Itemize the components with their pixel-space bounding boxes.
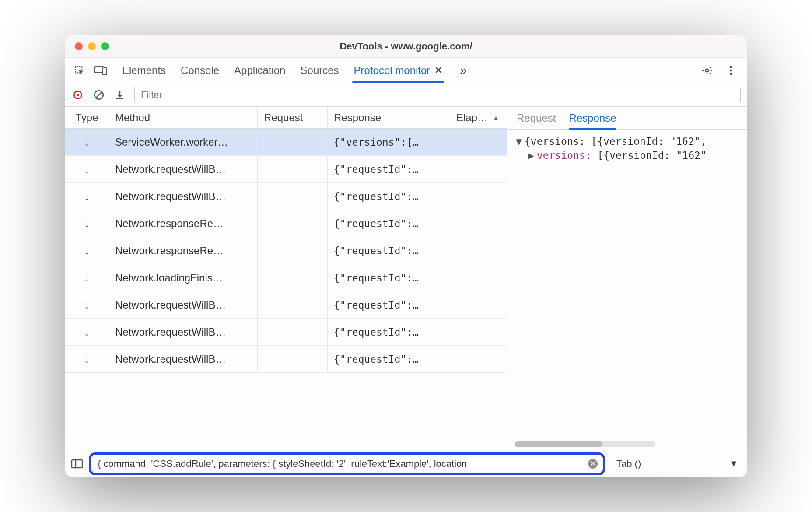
arrow-down-icon: ↓: [84, 325, 90, 339]
arrow-down-icon: ↓: [84, 189, 90, 203]
detail-tab-request[interactable]: Request: [517, 107, 556, 129]
titlebar: DevTools - www.google.com/: [65, 35, 747, 58]
cell-elapsed: [450, 319, 507, 345]
table-header: Type Method Request Response Elap… ▴: [65, 107, 507, 129]
kebab-menu-icon[interactable]: [721, 61, 740, 80]
th-request[interactable]: Request: [258, 107, 328, 128]
cell-response: {"requestId":…: [328, 156, 450, 182]
arrow-down-icon: ↓: [84, 244, 90, 257]
table-row[interactable]: ↓Network.requestWillB…{"requestId":…: [65, 346, 507, 373]
table-row[interactable]: ↓Network.requestWillB…{"requestId":…: [65, 183, 507, 210]
table-row[interactable]: ↓Network.requestWillB…{"requestId":…: [65, 156, 507, 183]
arrow-down-icon: ↓: [84, 271, 90, 284]
table-row[interactable]: ↓Network.loadingFinis…{"requestId":…: [65, 264, 507, 291]
table-row[interactable]: ↓ServiceWorker.worker…{"versions":[…: [65, 129, 507, 156]
cell-response: {"requestId":…: [328, 237, 450, 264]
tab-sources[interactable]: Sources: [301, 58, 339, 83]
detail-tabs: Request Response: [507, 107, 747, 130]
minimize-window-button[interactable]: [88, 42, 96, 50]
dropdown-icon[interactable]: ▼: [729, 459, 738, 469]
close-window-button[interactable]: [75, 42, 83, 50]
command-input[interactable]: [92, 456, 602, 472]
svg-point-6: [730, 69, 732, 71]
cell-method: Network.loadingFinis…: [109, 264, 258, 291]
th-elapsed[interactable]: Elap… ▴: [450, 107, 507, 128]
cell-request: [258, 264, 328, 291]
cell-request: [258, 346, 328, 372]
table-row[interactable]: ↓Network.responseRe…{"requestId":…: [65, 210, 507, 237]
tab-protocol-monitor[interactable]: Protocol monitor ✕: [354, 58, 443, 83]
cell-method: Network.responseRe…: [109, 210, 258, 237]
cell-type: ↓: [65, 156, 109, 182]
record-icon[interactable]: [71, 88, 84, 102]
devtools-window: DevTools - www.google.com/ Elements Cons…: [65, 35, 747, 477]
detail-tab-response[interactable]: Response: [569, 107, 616, 129]
cell-request: [258, 291, 328, 318]
cell-method: Network.requestWillB…: [109, 183, 258, 210]
filter-input[interactable]: [134, 87, 741, 103]
tab-indicator-label: Tab (): [616, 458, 641, 470]
sort-asc-icon: ▴: [494, 113, 498, 123]
tab-console[interactable]: Console: [181, 58, 219, 83]
arrow-down-icon: ↓: [84, 352, 90, 366]
device-toolbar-icon[interactable]: [91, 61, 110, 80]
inspect-element-icon[interactable]: [70, 61, 89, 80]
disclosure-open-icon[interactable]: ▼: [515, 136, 523, 147]
svg-point-5: [730, 66, 732, 68]
disclosure-closed-icon[interactable]: ▶: [527, 150, 535, 161]
command-highlight-box: ✕: [89, 452, 605, 475]
th-response[interactable]: Response: [328, 107, 450, 128]
cell-request: [258, 319, 328, 345]
clear-input-icon[interactable]: ✕: [588, 459, 598, 469]
cell-elapsed: [450, 291, 507, 318]
cell-request: [258, 156, 328, 182]
cell-method: Network.requestWillB…: [109, 156, 258, 182]
zoom-window-button[interactable]: [101, 42, 109, 50]
tab-elements[interactable]: Elements: [122, 58, 166, 83]
svg-rect-3: [103, 68, 107, 75]
horizontal-scrollbar[interactable]: [515, 441, 655, 447]
cell-response: {"requestId":…: [328, 319, 450, 345]
cell-elapsed: [450, 156, 507, 182]
cell-method: Network.requestWillB…: [109, 319, 258, 345]
cell-method: Network.requestWillB…: [109, 346, 258, 372]
cell-type: ↓: [65, 346, 109, 372]
table-row[interactable]: ↓Network.responseRe…{"requestId":…: [65, 237, 507, 264]
close-tab-icon[interactable]: ✕: [434, 65, 442, 76]
cell-response: {"requestId":…: [328, 183, 450, 210]
tab-application[interactable]: Application: [234, 58, 285, 83]
svg-point-4: [706, 69, 709, 72]
cell-response: {"requestId":…: [328, 346, 450, 372]
cell-elapsed: [450, 210, 507, 237]
bottom-bar: ✕ Tab () ▼: [65, 450, 747, 477]
cell-type: ↓: [65, 319, 109, 345]
arrow-down-icon: ↓: [84, 217, 90, 230]
settings-gear-icon[interactable]: [698, 61, 716, 80]
cell-request: [258, 210, 328, 237]
cell-method: Network.requestWillB…: [109, 291, 258, 318]
cell-elapsed: [450, 264, 507, 291]
arrow-down-icon: ↓: [84, 135, 90, 149]
save-icon[interactable]: [113, 88, 126, 102]
panel-toggle-icon[interactable]: [70, 457, 84, 470]
tree-root[interactable]: ▼{versions: [{versionId: "162",: [515, 136, 739, 147]
arrow-down-icon: ↓: [84, 298, 90, 312]
cell-type: ↓: [65, 129, 109, 155]
protocol-toolbar: [65, 83, 747, 107]
cell-elapsed: [450, 129, 507, 155]
cell-response: {"requestId":…: [328, 264, 450, 291]
cell-elapsed: [450, 183, 507, 210]
cell-elapsed: [450, 237, 507, 264]
table-row[interactable]: ↓Network.requestWillB…{"requestId":…: [65, 319, 507, 346]
th-type[interactable]: Type: [65, 107, 109, 128]
cell-type: ↓: [65, 237, 109, 264]
cell-type: ↓: [65, 291, 109, 318]
cell-request: [258, 237, 328, 264]
more-tabs-icon[interactable]: »: [460, 63, 467, 77]
tree-child[interactable]: ▶versions: [{versionId: "162": [515, 150, 739, 161]
table-row[interactable]: ↓Network.requestWillB…{"requestId":…: [65, 291, 507, 319]
clear-log-icon[interactable]: [92, 88, 105, 102]
cell-response: {"versions":[…: [328, 129, 450, 155]
devtools-tabstrip: Elements Console Application Sources Pro…: [65, 58, 747, 83]
th-method[interactable]: Method: [109, 107, 258, 128]
